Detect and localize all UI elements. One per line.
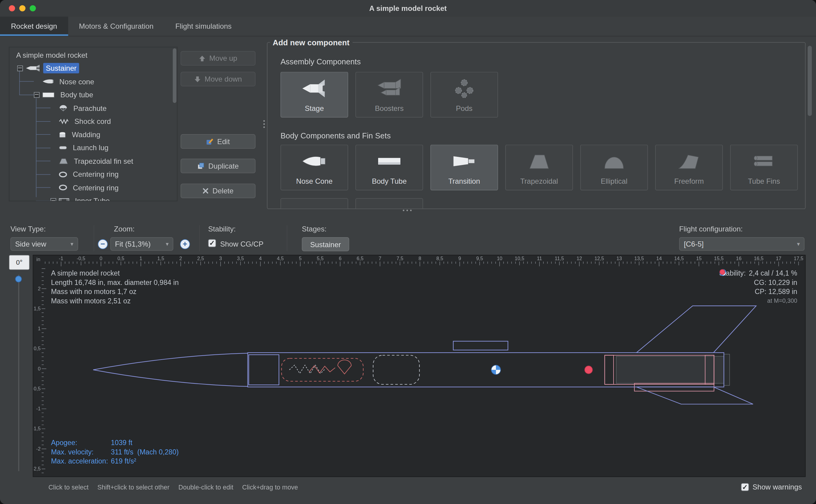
view-type-select[interactable]: Side view ▾ [10, 237, 78, 251]
edit-button[interactable]: Edit [181, 134, 256, 149]
status-hint: Shift+click to select other [97, 484, 170, 491]
tree-scrollbar-thumb[interactable] [173, 48, 176, 103]
velocity-value: 311 ft/s (Mach 0,280) [111, 447, 179, 457]
show-cgcp-checkbox[interactable]: ✓ [208, 239, 216, 247]
zoom-in-button[interactable]: + [180, 239, 190, 249]
svg-text:-2: -2 [36, 446, 41, 451]
component-button-elliptical[interactable]: Elliptical [580, 145, 648, 190]
tree-connector [36, 187, 50, 188]
svg-text:4: 4 [259, 256, 262, 261]
component-button-label: Elliptical [601, 177, 627, 185]
collapse-handle-icon[interactable] [403, 210, 412, 211]
fin-icon [59, 158, 68, 164]
trapezoidal-fin-icon [506, 151, 572, 172]
component-button-partial[interactable] [280, 198, 348, 209]
rocket-mass-empty: Mass with no motors 1,7 oz [51, 287, 179, 296]
flight-config-value: [C6-5] [684, 240, 704, 248]
component-button-stage[interactable]: Stage [280, 72, 348, 118]
rocket-length: Length 16,748 in, max. diameter 0,984 in [51, 278, 179, 287]
panel-scrollbar-thumb[interactable] [808, 46, 812, 116]
statusbar-hints: Click to selectShift+click to select oth… [48, 484, 298, 491]
stage-icon [281, 78, 348, 99]
svg-text:11,5: 11,5 [555, 256, 564, 261]
wadding-icon [59, 131, 66, 138]
flight-config-select[interactable]: [C6-5] ▾ [679, 237, 805, 251]
delete-button[interactable]: Delete [181, 184, 256, 198]
tree-expander-slot [34, 92, 42, 98]
checkmark-icon: ✓ [209, 239, 215, 247]
svg-text:14: 14 [656, 256, 662, 261]
tree-item-parachute[interactable]: Parachute [50, 102, 109, 115]
body-tube-big-icon [356, 151, 423, 172]
stage-toggle-sustainer[interactable]: Sustainer [302, 237, 349, 251]
nose-cone-icon [42, 79, 53, 84]
tab-motors-configuration[interactable]: Motors & Configuration [68, 17, 164, 36]
tree-item-launch-lug[interactable]: Launch lug [50, 141, 111, 154]
component-button-partial[interactable] [355, 198, 423, 209]
tree-item-sustainer[interactable]: Sustainer [17, 62, 79, 75]
parachute-icon [59, 105, 68, 111]
tree-expander-icon[interactable] [50, 198, 56, 201]
tree-item-label: Sustainer [43, 63, 79, 73]
tree-connector [36, 174, 50, 175]
component-button-nose-cone[interactable]: Nose Cone [280, 145, 348, 190]
svg-text:1,5: 1,5 [157, 256, 164, 261]
tree-expander-icon[interactable] [34, 92, 40, 98]
tree-item-body-tube[interactable]: Body tube [34, 88, 96, 101]
svg-text:11: 11 [537, 256, 542, 261]
svg-text:-1,5: -1,5 [33, 426, 40, 431]
component-button-label: Nose Cone [296, 177, 333, 185]
tree-item-wadding[interactable]: Wadding [50, 128, 103, 141]
component-button-body-tube[interactable]: Body Tube [355, 145, 423, 190]
component-button-trapezoidal[interactable]: Trapezoidal [505, 145, 573, 190]
svg-text:9,5: 9,5 [476, 256, 483, 261]
cg-value: CG: 10,229 in [754, 278, 797, 287]
tab-rocket-design[interactable]: Rocket design [0, 17, 68, 36]
tree-item-nose-cone[interactable]: Nose cone [34, 75, 97, 88]
tree-item-inner-tube[interactable]: Inner Tube [50, 194, 112, 201]
splitter-handle-icon[interactable] [263, 118, 265, 129]
tree-item-a-simple-model-rocket[interactable]: A simple model rocket [14, 48, 90, 61]
ruler-unit-label: in [37, 257, 40, 262]
svg-text:16,5: 16,5 [754, 256, 764, 261]
rocket-canvas[interactable]: in -1-0,500,511,522,533,544,555,566,577,… [33, 255, 805, 477]
move-up-button[interactable]: Move up [181, 51, 256, 66]
status-hint: Click to select [48, 484, 89, 491]
tab-flight-simulations[interactable]: Flight simulations [164, 17, 243, 36]
tree-item-trapezoidal-fin-set[interactable]: Trapezoidal fin set [50, 154, 136, 167]
stages-label: Stages: [302, 225, 327, 233]
component-button-pods[interactable]: Pods [430, 72, 498, 118]
rotation-slider-handle[interactable] [15, 276, 22, 282]
zoom-out-button[interactable]: − [98, 239, 108, 249]
elliptical-fin-icon [581, 151, 647, 172]
add-component-panel: Assembly ComponentsStageBoostersPodsBody… [267, 42, 805, 209]
tree-item-centering-ring[interactable]: Centering ring [50, 168, 121, 181]
tree-item-label: Launch lug [70, 143, 111, 153]
component-tree[interactable]: A simple model rocketSustainerNose coneB… [9, 47, 177, 201]
svg-text:0: 0 [38, 366, 40, 371]
edit-pencil-icon [206, 138, 214, 145]
show-warnings-checkbox[interactable]: ✓ [741, 483, 749, 491]
svg-text:-0,5: -0,5 [33, 386, 40, 391]
tree-item-shock-cord[interactable]: Shock cord [50, 115, 113, 128]
status-hint: Double-click to edit [178, 484, 233, 491]
freeform-fin-icon [656, 151, 722, 172]
tree-item-centering-ring[interactable]: Centering ring [50, 181, 121, 194]
duplicate-button[interactable]: Duplicate [181, 159, 256, 173]
tree-connector [36, 201, 50, 201]
svg-text:1,5: 1,5 [34, 306, 41, 311]
move-down-button[interactable]: Move down [181, 72, 256, 86]
component-button-transition[interactable]: Transition [430, 145, 498, 190]
svg-text:15: 15 [696, 256, 701, 261]
tube-fins-icon [731, 151, 797, 172]
component-button-boosters[interactable]: Boosters [355, 72, 423, 118]
cp-marker [585, 366, 593, 374]
section-label-assembly-components: Assembly Components [280, 57, 361, 66]
svg-text:14,5: 14,5 [674, 256, 684, 261]
zoom-select[interactable]: Fit (51,3%) ▾ [110, 237, 173, 251]
tree-expander-icon[interactable] [17, 65, 23, 71]
component-button-tube-fins[interactable]: Tube Fins [730, 145, 798, 190]
component-button-freeform[interactable]: Freeform [655, 145, 723, 190]
svg-text:6: 6 [339, 256, 342, 261]
shock-cord-icon [59, 118, 69, 124]
